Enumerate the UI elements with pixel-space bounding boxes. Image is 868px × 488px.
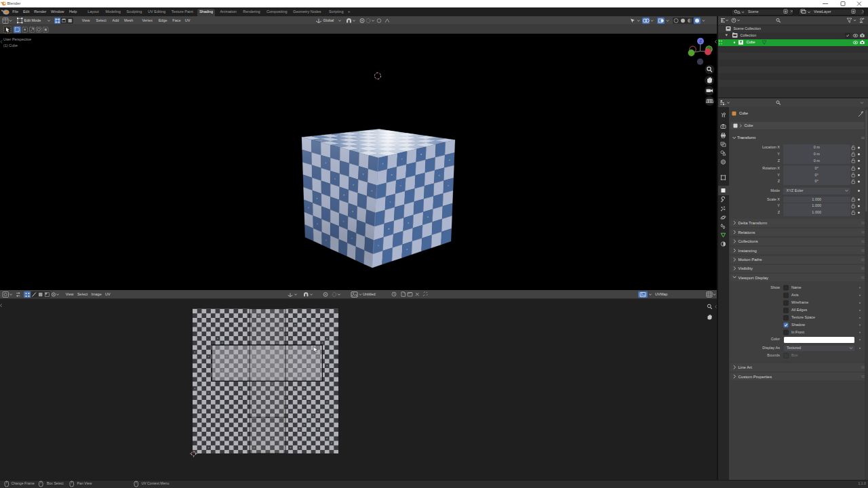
svg-text:Z: Z <box>699 39 702 43</box>
